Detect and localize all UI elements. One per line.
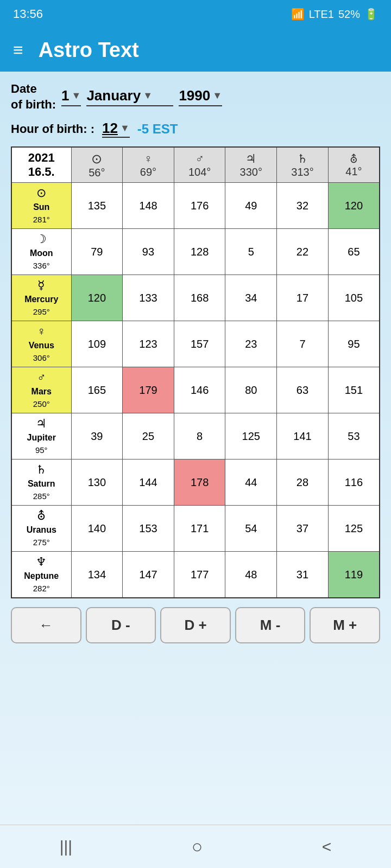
day-dropdown-arrow: ▼ (72, 90, 81, 101)
table-cell: 25 (123, 413, 174, 459)
table-cell: 125 (225, 413, 277, 459)
table-cell: 157 (174, 321, 225, 367)
table-cell: 49 (225, 183, 277, 229)
table-cell: 141 (277, 413, 329, 459)
content-area: Date of birth: 1 ▼ January ▼ 1990 ▼ Hour… (0, 72, 391, 825)
hob-label: Hour of birth: : (11, 122, 94, 136)
back-button[interactable]: ← (11, 607, 81, 643)
signal-label: LTE1 (309, 8, 334, 21)
table-cell: 179 (123, 367, 174, 413)
m-minus-button[interactable]: M - (235, 607, 306, 643)
planet-cell-mars: ♂Mars250° (11, 367, 71, 413)
table-cell: 177 (174, 552, 225, 598)
dob-label: Date of birth: (11, 81, 56, 112)
hour-dropdown-arrow: ▼ (120, 123, 130, 134)
table-cell: 134 (71, 552, 123, 598)
planet-cell-sun: ⊙Sun281° (11, 183, 71, 229)
table-cell: 151 (328, 367, 380, 413)
table-cell: 171 (174, 506, 225, 552)
table-cell: 17 (277, 275, 329, 321)
status-right: 📶 LTE1 52% 🔋 (291, 8, 378, 21)
col-saturn: ♄ 313° (277, 147, 329, 183)
month-selector[interactable]: January ▼ (86, 87, 173, 106)
planet-cell-mercury: ☿Mercury295° (11, 275, 71, 321)
timezone-label: -5 EST (137, 122, 178, 137)
back-nav-icon[interactable]: < (322, 838, 332, 856)
table-cell: 80 (225, 367, 277, 413)
table-cell: 34 (225, 275, 277, 321)
table-cell: 148 (123, 183, 174, 229)
app-bar: ≡ Astro Text (0, 28, 391, 72)
table-cell: 95 (328, 321, 380, 367)
table-cell: 22 (277, 229, 329, 275)
table-cell: 125 (328, 506, 380, 552)
app-title: Astro Text (39, 39, 139, 62)
table-cell: 140 (71, 506, 123, 552)
table-cell: 123 (123, 321, 174, 367)
hour-of-birth-row: Hour of birth: : 12 ▼ -5 EST (11, 120, 380, 138)
col-uranus: ⛢ 41° (328, 147, 380, 183)
table-cell: 178 (174, 459, 225, 506)
table-cell: 31 (277, 552, 329, 598)
table-cell: 128 (174, 229, 225, 275)
table-header-date: 2021 16.5. (11, 147, 71, 183)
year-dropdown-arrow: ▼ (212, 90, 222, 101)
table-cell: 23 (225, 321, 277, 367)
planet-cell-neptune: ♆Neptune282° (11, 552, 71, 598)
planet-cell-moon: ☽Moon336° (11, 229, 71, 275)
recent-apps-icon[interactable]: ||| (60, 838, 72, 856)
year-selector[interactable]: 1990 ▼ (179, 87, 222, 106)
table-cell: 39 (71, 413, 123, 459)
hour-value: 12 (102, 120, 118, 137)
planet-cell-venus: ♀Venus306° (11, 321, 71, 367)
home-icon[interactable]: ○ (192, 836, 203, 857)
col-sun: ⊙ 56° (71, 147, 123, 183)
table-cell: 79 (71, 229, 123, 275)
hour-selector[interactable]: 12 ▼ (102, 120, 130, 138)
table-cell: 7 (277, 321, 329, 367)
table-cell: 32 (277, 183, 329, 229)
table-cell: 116 (328, 459, 380, 506)
year-value: 1990 (179, 87, 210, 104)
table-cell: 105 (328, 275, 380, 321)
menu-icon[interactable]: ≡ (13, 41, 23, 59)
table-cell: 130 (71, 459, 123, 506)
month-dropdown-arrow: ▼ (143, 90, 153, 101)
table-cell: 5 (225, 229, 277, 275)
table-cell: 133 (123, 275, 174, 321)
table-cell: 146 (174, 367, 225, 413)
status-time: 13:56 (13, 7, 43, 21)
table-cell: 53 (328, 413, 380, 459)
table-cell: 93 (123, 229, 174, 275)
planet-cell-saturn: ♄Saturn285° (11, 459, 71, 506)
table-cell: 120 (71, 275, 123, 321)
day-selector[interactable]: 1 ▼ (61, 87, 81, 106)
table-cell: 120 (328, 183, 380, 229)
col-jupiter: ♃ 330° (225, 147, 277, 183)
planet-cell-uranus: ⛢Uranus275° (11, 506, 71, 552)
table-cell: 147 (123, 552, 174, 598)
table-cell: 48 (225, 552, 277, 598)
table-cell: 8 (174, 413, 225, 459)
table-cell: 63 (277, 367, 329, 413)
table-cell: 135 (71, 183, 123, 229)
table-cell: 176 (174, 183, 225, 229)
date-of-birth-row: Date of birth: 1 ▼ January ▼ 1990 ▼ (11, 81, 380, 112)
table-cell: 144 (123, 459, 174, 506)
wifi-icon: 📶 (291, 8, 305, 21)
nav-buttons: ← D - D + M - M + (11, 607, 380, 643)
d-minus-button[interactable]: D - (86, 607, 156, 643)
table-cell: 65 (328, 229, 380, 275)
planet-cell-jupiter: ♃Jupiter95° (11, 413, 71, 459)
battery-icon: 🔋 (364, 8, 378, 21)
table-cell: 165 (71, 367, 123, 413)
d-plus-button[interactable]: D + (160, 607, 231, 643)
table-cell: 168 (174, 275, 225, 321)
col-mars: ♂ 104° (174, 147, 225, 183)
table-cell: 109 (71, 321, 123, 367)
day-value: 1 (61, 87, 69, 104)
table-cell: 44 (225, 459, 277, 506)
col-venus: ♀ 69° (123, 147, 174, 183)
table-cell: 153 (123, 506, 174, 552)
m-plus-button[interactable]: M + (310, 607, 380, 643)
